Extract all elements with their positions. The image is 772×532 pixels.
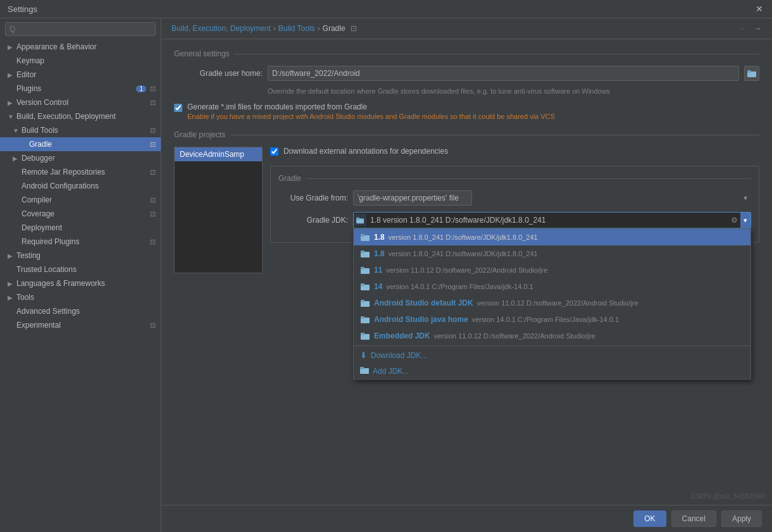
generate-iml-label[interactable]: Generate *.iml files for modules importe… — [187, 102, 367, 111]
arrow-icon: ▶ — [8, 44, 14, 51]
generate-iml-checkbox[interactable] — [174, 104, 182, 112]
nav-arrows: ← → — [739, 23, 762, 34]
ok-button[interactable]: OK — [633, 510, 666, 527]
sidebar-item-required-plugins[interactable]: Required Plugins ⊡ — [0, 235, 161, 249]
svg-rect-3 — [356, 218, 359, 220]
sidebar-item-version-control[interactable]: ▶ Version Control ⊡ — [0, 96, 161, 109]
folder-small-icon — [356, 216, 364, 224]
annotations-label[interactable]: Download external annotations for depend… — [283, 147, 448, 156]
sidebar-item-label: Keymap — [16, 56, 44, 65]
sidebar-item-remote-jar[interactable]: Remote Jar Repositories ⊡ — [0, 165, 161, 179]
download-jdk-action[interactable]: ⬇ Download JDK... — [354, 347, 750, 363]
jdk-option-2[interactable]: 11 version 11.0.12 D:/software_2022/Andr… — [354, 262, 750, 278]
annotations-checkbox[interactable] — [270, 147, 278, 156]
close-button[interactable]: ✕ — [754, 4, 764, 14]
breadcrumb-sep-1: › — [273, 24, 276, 33]
svg-rect-9 — [361, 267, 364, 269]
general-settings-label: General settings — [174, 49, 229, 58]
use-gradle-select[interactable]: 'gradle-wrapper.properties' file Specifi… — [353, 190, 472, 206]
sidebar-item-debugger[interactable]: ▶ Debugger — [0, 151, 161, 165]
sidebar-item-coverage[interactable]: Coverage ⊡ — [0, 207, 161, 221]
sidebar: ▶ Appearance & Behavior Keymap ▶ Editor … — [0, 18, 161, 532]
folder-icon — [360, 331, 370, 341]
generate-iml-labels: Generate *.iml files for modules importe… — [187, 102, 555, 120]
sidebar-item-build-tools[interactable]: ▼ Build Tools ⊡ — [0, 123, 161, 137]
gradle-home-label: Gradle user home: — [174, 69, 263, 78]
use-gradle-label: Use Gradle from: — [278, 194, 348, 202]
use-gradle-select-wrapper: 'gradle-wrapper.properties' file Specifi… — [353, 190, 751, 206]
jdk-version-3: 14 — [374, 282, 382, 291]
folder-icon — [360, 298, 370, 308]
forward-arrow[interactable]: → — [753, 23, 762, 34]
annotations-row: Download external annotations for depend… — [270, 147, 759, 156]
gradle-home-row: Gradle user home: — [174, 66, 759, 81]
breadcrumb-icon: ⊡ — [351, 24, 357, 33]
sidebar-item-gradle[interactable]: Gradle ⊡ — [0, 137, 161, 151]
download-jdk-label: Download JDK... — [371, 351, 427, 360]
search-input[interactable] — [5, 22, 156, 36]
sidebar-item-label: Advanced Settings — [16, 307, 80, 316]
folder-icon — [747, 70, 756, 77]
content-area: General settings Gradle user home: Overr… — [161, 39, 772, 505]
jdk-version-6: Embedded JDK — [374, 331, 430, 340]
gradle-projects-label: Gradle projects — [174, 130, 759, 139]
svg-rect-19 — [360, 367, 364, 369]
sidebar-item-compiler[interactable]: Compiler ⊡ — [0, 193, 161, 207]
breadcrumb-sep-2: › — [318, 24, 320, 33]
gradle-home-input[interactable] — [268, 66, 739, 81]
jdk-option-1[interactable]: 1.8 version 1.8.0_241 D:/software/JDK/jd… — [354, 245, 750, 262]
sidebar-item-tools[interactable]: ▶ Tools — [0, 290, 161, 304]
jdk-option-4[interactable]: Android Studio default JDK version 11.0.… — [354, 295, 750, 311]
sidebar-item-advanced[interactable]: Advanced Settings — [0, 304, 161, 318]
sidebar-item-label: Editor — [16, 70, 36, 79]
sidebar-item-label: Android Configurations — [22, 182, 99, 190]
sidebar-item-trusted-locations[interactable]: Trusted Locations — [0, 263, 161, 276]
arrow-icon: ▶ — [13, 155, 19, 162]
sidebar-item-label: Coverage — [22, 209, 54, 218]
jdk-desc-6: version 11.0.12 D:/software_2022/Android… — [434, 332, 595, 340]
use-gradle-row: Use Gradle from: 'gradle-wrapper.propert… — [278, 190, 751, 206]
jdk-desc-1: version 1.8.0_241 D:/software/JDK/jdk1.8… — [389, 250, 538, 257]
sidebar-item-label: Compiler — [22, 195, 52, 204]
settings-dialog: Settings ✕ ▶ Appearance & Behavior Keyma… — [0, 0, 772, 532]
jdk-dropdown-arrow[interactable]: ▾ — [740, 213, 750, 228]
title-bar: Settings ✕ — [0, 0, 772, 18]
sidebar-item-editor[interactable]: ▶ Editor — [0, 68, 161, 82]
breadcrumb-build-exec[interactable]: Build, Execution, Deployment — [171, 24, 271, 33]
jdk-option-6[interactable]: Embedded JDK version 11.0.12 D:/software… — [354, 328, 750, 344]
jdk-option-5[interactable]: Android Studio java home version 14.0.1 … — [354, 311, 750, 328]
sidebar-item-experimental[interactable]: Experimental ⊡ — [0, 318, 161, 332]
gradle-home-folder-button[interactable] — [744, 66, 759, 81]
cancel-button[interactable]: Cancel — [671, 510, 716, 527]
sidebar-item-label: Gradle — [29, 140, 52, 149]
back-arrow[interactable]: ← — [739, 23, 748, 34]
jdk-settings-icon[interactable]: ⚙ — [728, 214, 740, 226]
breadcrumb-build-tools[interactable]: Build Tools — [278, 24, 315, 33]
folder-icon — [360, 314, 370, 325]
sidebar-item-languages[interactable]: ▶ Languages & Frameworks — [0, 276, 161, 290]
add-jdk-action[interactable]: Add JDK... — [354, 363, 750, 379]
apply-button[interactable]: Apply — [721, 510, 762, 527]
project-list-item[interactable]: DeviceAdminSamp — [175, 147, 262, 161]
dialog-footer: OK Cancel Apply — [161, 505, 772, 532]
sidebar-item-android-config[interactable]: Android Configurations — [0, 179, 161, 193]
gradle-jdk-row: Gradle JDK: — [278, 212, 751, 228]
sidebar-item-plugins[interactable]: Plugins 1 ⊡ — [0, 82, 161, 96]
folder-icon — [360, 249, 370, 259]
sidebar-item-deployment[interactable]: Deployment — [0, 221, 161, 235]
main-content: ▶ Appearance & Behavior Keymap ▶ Editor … — [0, 18, 772, 532]
sidebar-item-label: Plugins — [16, 84, 41, 93]
sidebar-item-keymap[interactable]: Keymap — [0, 54, 161, 68]
folder-icon — [360, 366, 369, 376]
folder-icon — [360, 281, 370, 292]
sidebar-item-testing[interactable]: ▶ Testing — [0, 249, 161, 263]
jdk-option-3[interactable]: 14 version 14.0.1 C:/Program Files/Java/… — [354, 278, 750, 295]
gradle-subsection: Gradle Use Gradle from: 'gradle-wrapper.… — [270, 166, 759, 243]
sidebar-item-build-exec[interactable]: ▼ Build, Execution, Deployment — [0, 109, 161, 123]
sidebar-item-label: Trusted Locations — [16, 265, 77, 274]
sidebar-item-label: Tools — [16, 293, 34, 302]
sidebar-tree: ▶ Appearance & Behavior Keymap ▶ Editor … — [0, 40, 161, 532]
sidebar-item-appearance[interactable]: ▶ Appearance & Behavior — [0, 40, 161, 54]
jdk-desc-2: version 11.0.12 D:/software_2022/Android… — [386, 266, 547, 274]
jdk-option-0[interactable]: 1.8 version 1.8.0_241 D:/software/JDK/jd… — [354, 229, 750, 245]
